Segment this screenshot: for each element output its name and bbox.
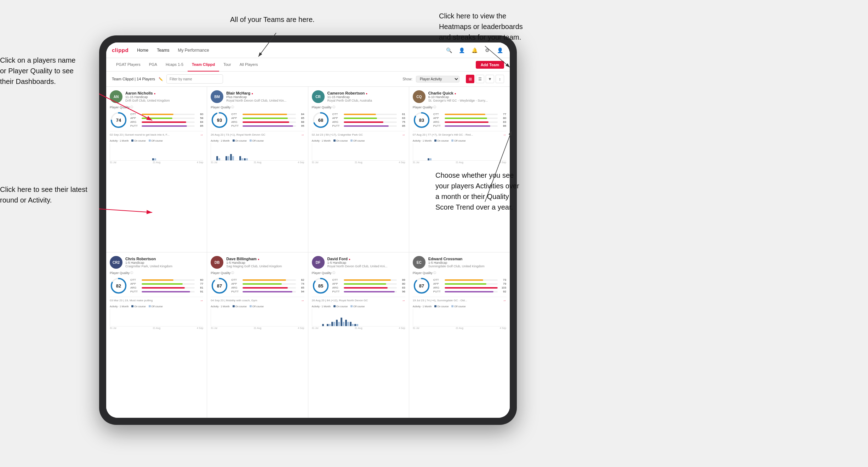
last-round-arrow[interactable]: → — [402, 133, 405, 137]
quality-section[interactable]: 83 OTT 77 APP 80 ARG 83 — [413, 111, 506, 129]
last-round-arrow[interactable]: → — [503, 133, 506, 137]
last-round-arrow[interactable]: → — [200, 133, 203, 137]
player-card[interactable]: DB Dave Billingham ● 1-5 Handicap Sag Ma… — [207, 252, 308, 418]
quality-section[interactable]: 82 OTT 60 APP 77 ARG 81 — [110, 277, 203, 295]
chart-labels: 31 Jul 21 Aug 4 Sep — [110, 161, 203, 164]
tab-pga[interactable]: PGA — [145, 58, 161, 72]
stat-row-app: APP 74 — [231, 282, 304, 285]
quality-section[interactable]: 87 OTT 82 APP 74 ARG 85 — [211, 277, 304, 295]
player-avatar: DB — [211, 256, 223, 269]
quality-label: Player Quality ⓘ — [312, 105, 405, 109]
activity-label: Activity · 1 Month On course Off course — [312, 305, 405, 308]
user-icon[interactable]: 👤 — [457, 46, 466, 55]
chart-labels: 31 Jul 21 Aug 4 Sep — [312, 327, 405, 329]
last-round-arrow[interactable]: → — [301, 298, 304, 302]
quality-circle: 74 — [110, 111, 127, 129]
filter-button[interactable]: ▼ — [486, 75, 494, 83]
quality-section[interactable]: 85 OTT 89 APP 80 ARG 83 — [312, 277, 405, 295]
last-round[interactable]: 07 Aug 23 | 77 (+7), St George's Hill GC… — [413, 131, 506, 137]
player-name[interactable]: David Ford ● — [327, 257, 405, 261]
player-card[interactable]: CQ Charlie Quick ● 6-10 Handicap St. Geo… — [409, 87, 510, 252]
player-card[interactable]: EC Edward Crossman 1-5 Handicap Sunningd… — [409, 252, 510, 418]
activity-section: Activity · 1 Month On course Off course — [312, 305, 405, 329]
activity-chart — [312, 143, 405, 161]
chart-labels: 31 Jul 21 Aug 4 Sep — [413, 161, 506, 164]
tab-teamclippd[interactable]: Team Clippd — [188, 58, 219, 72]
player-avatar: CQ — [413, 90, 426, 103]
last-round[interactable]: 03 Mar 23 | 19, Must make putting → — [110, 297, 203, 302]
nav-myperformance[interactable]: My Performance — [178, 48, 209, 53]
search-input[interactable] — [166, 74, 223, 84]
list-view-button[interactable]: ☰ — [476, 75, 484, 83]
player-card[interactable]: CR2 Chris Robertson 1-5 Handicap Craigmi… — [106, 252, 207, 418]
settings-icon[interactable]: ⚙ — [483, 46, 491, 55]
player-handicap: 1-5 Handicap — [226, 261, 304, 264]
quality-label: Player Quality ⓘ — [312, 271, 405, 275]
player-card[interactable]: BM Blair McHarg ● Plus Handicap Royal No… — [207, 87, 308, 252]
last-round[interactable]: 26 Aug 23 | 73 (+1), Royal North Devon G… — [211, 131, 304, 137]
player-club: Craigmillar Park, United Kingdom — [125, 264, 203, 268]
player-name[interactable]: Dave Billingham ● — [226, 257, 304, 261]
player-name[interactable]: Aaron Nicholls ● — [125, 91, 203, 95]
annotation-all-teams: All of your Teams are here. — [230, 14, 315, 25]
chart-labels: 31 Jul 21 Aug 4 Sep — [110, 327, 203, 329]
activity-section: Activity · 1 Month On course Off course — [211, 139, 304, 164]
last-round[interactable]: 02 Jul 23 | 59 (+17), Craigmillar Park G… — [312, 131, 405, 137]
activity-chart — [110, 309, 203, 326]
activity-label: Activity · 1 Month On course Off course — [110, 139, 203, 142]
last-round[interactable]: 26 Aug 23 | 84 (+12), Royal North Devon … — [312, 297, 405, 302]
player-card[interactable]: CR Cameron Robertson ● 11-15 Handicap Ro… — [308, 87, 409, 252]
nav-icons: 🔍 👤 🔔 ⚙ 👤 — [445, 46, 504, 55]
last-round-arrow[interactable]: → — [301, 133, 304, 137]
grid-view-button[interactable]: ⊞ — [466, 75, 474, 83]
nav-teams[interactable]: Teams — [157, 48, 169, 53]
player-name[interactable]: Blair McHarg ● — [226, 91, 304, 95]
player-name[interactable]: Edward Crossman — [428, 257, 506, 261]
quality-section[interactable]: 93 OTT 84 APP 85 ARG 88 — [211, 111, 304, 129]
show-select[interactable]: Player Activity Quality Score Trend — [416, 76, 459, 82]
quality-section[interactable]: 74 OTT 60 APP 58 ARG 84 — [110, 111, 203, 129]
player-card[interactable]: DF David Ford ● 1-5 Handicap Royal North… — [308, 252, 409, 418]
player-header: EC Edward Crossman 1-5 Handicap Sunningd… — [413, 256, 506, 269]
activity-section: Activity · 1 Month On course Off course — [413, 139, 506, 164]
tab-pgat[interactable]: PGAT Players — [112, 58, 145, 72]
player-club: Sunningdale Golf Club, United Kingdom — [428, 264, 506, 268]
player-name[interactable]: Chris Robertson — [125, 257, 203, 261]
stat-row-ott: OTT 60 — [130, 278, 203, 281]
tab-allplayers[interactable]: All Players — [235, 58, 262, 72]
quality-stats: OTT 89 APP 80 ARG 83 PUTT 9 — [332, 278, 405, 293]
quality-section[interactable]: 68 OTT 61 APP 63 ARG 75 — [312, 111, 405, 129]
player-club: Royal North Devon Golf Club, United Kin.… — [226, 99, 304, 102]
last-round-text: 04 Sep 23 | Mobility with coach, Gym — [211, 299, 301, 302]
player-name[interactable]: Cameron Robertson ● — [327, 91, 405, 95]
tab-hcaps[interactable]: Hcaps 1-5 — [161, 58, 188, 72]
player-header: AN Aaron Nicholls ● 11-15 Handicap Drift… — [110, 90, 203, 103]
last-round[interactable]: 04 Sep 23 | Mobility with coach, Gym → — [211, 297, 304, 302]
last-round-arrow[interactable]: → — [200, 298, 203, 302]
player-name[interactable]: Charlie Quick ● — [428, 91, 506, 95]
player-avatar: BM — [211, 90, 223, 103]
tab-tour[interactable]: Tour — [219, 58, 235, 72]
quality-circle: 85 — [312, 277, 330, 295]
player-handicap: 1-5 Handicap — [428, 261, 506, 264]
edit-icon[interactable]: ✏️ — [159, 77, 163, 81]
stat-row-ott: OTT 89 — [332, 278, 405, 281]
quality-section[interactable]: 87 OTT 73 APP 79 ARG 103 — [413, 277, 506, 295]
player-header: CR2 Chris Robertson 1-5 Handicap Craigmi… — [110, 256, 203, 269]
player-club: Drift Golf Club, United Kingdom — [125, 99, 203, 102]
sort-button[interactable]: ↕ — [496, 75, 504, 83]
bell-icon[interactable]: 🔔 — [470, 46, 479, 55]
search-icon[interactable]: 🔍 — [445, 46, 453, 55]
nav-home[interactable]: Home — [137, 48, 148, 53]
last-round-arrow[interactable]: → — [503, 298, 506, 302]
avatar-icon[interactable]: 👤 — [496, 46, 504, 55]
player-info: Aaron Nicholls ● 11-15 Handicap Drift Go… — [125, 91, 203, 102]
show-label: Show: — [402, 77, 412, 81]
activity-label: Activity · 1 Month On course Off course — [312, 139, 405, 142]
last-round-arrow[interactable]: → — [402, 298, 405, 302]
last-round[interactable]: 19 Jul 23 | 74 (+4), Sunningdale GC - Ol… — [413, 297, 506, 302]
stat-row-putt: PUTT 85 — [130, 124, 203, 127]
last-round[interactable]: 02 Sep 23 | Sunset round to get back int… — [110, 131, 203, 137]
player-card[interactable]: AN Aaron Nicholls ● 11-15 Handicap Drift… — [106, 87, 207, 252]
add-team-button[interactable]: Add Team — [476, 61, 504, 69]
